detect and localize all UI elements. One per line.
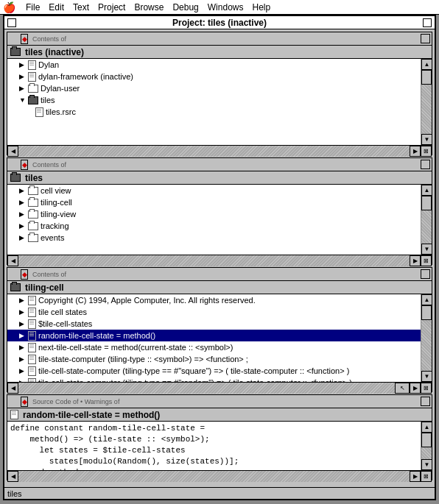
arrow-icon [19,320,27,327]
status-bar: tiles [4,487,435,499]
list-item[interactable]: tile-state-computer (tiling-type :: <sym… [7,353,421,365]
hscroll-right[interactable]: ▶ [410,471,421,482]
pane4-doc-icon [10,410,18,419]
main-window: Project: tiles (inactive) ◆ Contents of … [3,15,436,500]
doc-icon [28,366,36,376]
hscroll-grow[interactable] [421,383,432,394]
pane3-scrollbar-v[interactable]: ▲ ▼ [421,294,432,382]
pane1-hscrollbar[interactable]: ◀ ▶ [7,145,432,156]
list-item[interactable]: random-tile-cell-state = method() [7,330,421,341]
scroll-up-arrow[interactable]: ▲ [421,59,432,70]
close-button[interactable] [7,18,16,27]
list-item[interactable]: dylan-framework (inactive) [7,71,421,82]
menu-file[interactable]: File [21,2,44,13]
folder-icon [28,85,38,93]
hscroll-left[interactable]: ◀ [7,383,18,394]
pane1-title: tiles (inactive) [10,47,84,57]
list-item[interactable]: tiles.rsrc [7,106,421,118]
list-item[interactable]: tile-cell-state-computer (tiling-type ==… [7,377,421,382]
pane2-resize[interactable] [421,160,430,169]
menu-edit[interactable]: Edit [44,2,69,13]
hscroll-left[interactable]: ◀ [7,471,18,482]
pane3-diamond[interactable]: ◆ [21,269,28,280]
menubar: 🍎 File Edit Text Project Browse Debug Wi… [0,0,439,15]
list-item[interactable]: tile-cell-state-computer (tiling-type ==… [7,365,421,377]
scroll-down-arrow[interactable]: ▼ [421,371,432,382]
pane2-diamond[interactable]: ◆ [21,160,28,170]
pane4-header: ◆ Source Code of • Warnings of [7,395,432,408]
scroll-thumb[interactable] [421,70,432,85]
window-title: Project: tiles (inactive) [172,18,267,28]
scroll-up-arrow[interactable]: ▲ [421,422,432,433]
doc-icon [28,378,36,383]
menu-help[interactable]: Help [247,2,275,13]
list-item[interactable]: tracking [7,220,421,232]
source-code-text: define constant random-tile-cell-state =… [7,422,421,470]
pane4-resize[interactable] [421,397,430,406]
pane1-scrollbar-v[interactable]: ▲ ▼ [421,59,432,145]
hscroll-grow[interactable] [421,146,432,157]
list-item[interactable]: Dylan-user [7,82,421,94]
pane2-header: ◆ Contents of [7,158,432,171]
pane1-content-area: Dylan dylan-framework (inactive) Dylan-u… [7,59,432,145]
scroll-thumb[interactable] [421,196,432,210]
scroll-thumb[interactable] [421,305,432,320]
list-item[interactable]: tiling-cell [7,196,421,208]
list-item[interactable]: tiles [7,94,421,106]
scroll-down-arrow[interactable]: ▼ [421,134,432,145]
folder-icon [28,199,38,207]
list-item[interactable]: events [7,232,421,244]
doc-icon [28,60,36,70]
folder-icon [28,96,38,104]
pane1-diamond[interactable]: ◆ [21,34,28,44]
doc-icon [28,72,36,82]
zoom-button[interactable] [423,18,432,27]
list-item[interactable]: Dylan [7,59,421,71]
hscroll-grow[interactable] [421,471,432,482]
pane2: ◆ Contents of tiles cell view tiling-c [7,157,432,265]
scroll-up-arrow[interactable]: ▲ [421,185,432,196]
hscroll-right[interactable]: ▶ [410,255,421,266]
hscroll-left[interactable]: ◀ [7,146,18,157]
arrow-icon [19,73,27,80]
scroll-down-arrow[interactable]: ▼ [421,459,432,470]
pane4-scrollbar-v[interactable]: ▲ ▼ [421,422,432,470]
scroll-thumb[interactable] [421,433,432,447]
list-item[interactable]: Copyright (C) 1994, Apple Computer, Inc.… [7,294,421,306]
arrow-icon [19,85,27,92]
list-item[interactable]: next-tile-cell-state = method(current-st… [7,341,421,353]
list-item[interactable]: tile cell states [7,306,421,318]
doc-icon [28,343,36,352]
apple-menu[interactable]: 🍎 [3,1,15,13]
pane1-resize[interactable] [421,34,430,43]
arrow-icon [19,379,27,382]
hscroll-grow[interactable] [421,255,432,266]
hscroll-left[interactable]: ◀ [7,255,18,266]
list-item[interactable]: cell view [7,185,421,196]
arrow-icon [19,96,27,104]
pane2-hscrollbar[interactable]: ◀ ▶ [7,255,432,266]
pane4-diamond[interactable]: ◆ [21,397,28,407]
pane3-title-bar: tiling-cell [7,281,432,294]
pane1-folder-icon [10,48,21,56]
pane1-header: ◆ Contents of [7,32,432,46]
menu-debug[interactable]: Debug [168,2,203,13]
scroll-track [421,70,432,134]
menu-project[interactable]: Project [94,2,130,13]
arrow-icon [19,344,27,351]
hscroll-right[interactable]: ▶ [410,383,421,394]
hscroll-right[interactable]: ▶ [410,146,421,157]
pane2-scrollbar-v[interactable]: ▲ ▼ [421,185,432,255]
list-item[interactable]: tiling-view [7,208,421,220]
menu-text[interactable]: Text [69,2,94,13]
list-item[interactable]: $tile-cell-states [7,318,421,330]
pane4-hscrollbar[interactable]: ◀ ▶ [7,470,432,481]
scroll-down-arrow[interactable]: ▼ [421,244,432,255]
scroll-up-arrow[interactable]: ▲ [421,294,432,305]
pane3-resize[interactable] [421,269,430,279]
pane3-hscrollbar[interactable]: ◀ ↖ ▶ [7,382,432,393]
menu-browse[interactable]: Browse [130,2,168,13]
folder-icon [28,234,38,242]
menu-windows[interactable]: Windows [203,2,248,13]
hscroll-track [18,471,410,482]
